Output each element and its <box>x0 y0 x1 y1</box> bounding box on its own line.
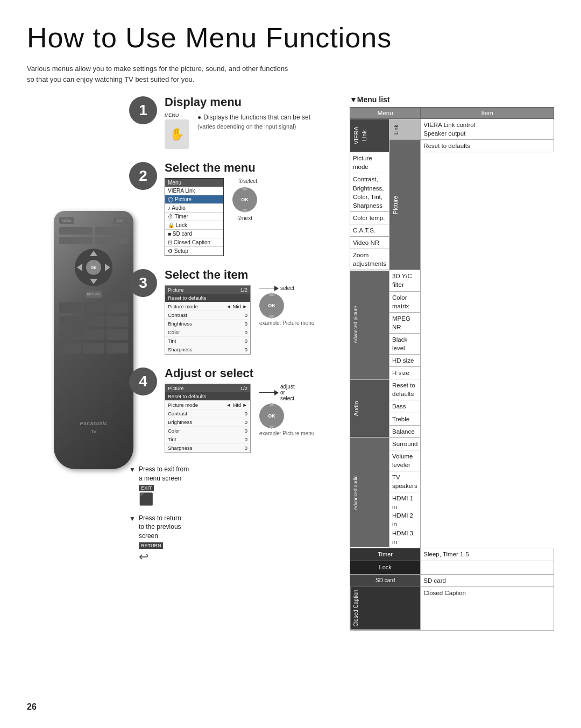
menu-item-cc: ⊡ Closed Caption <box>165 238 223 247</box>
table-row-adv-audio-1: Advanced audio Surround <box>350 437 554 450</box>
adv-pic-item-4: Black level <box>389 333 421 354</box>
pm-header-page: 1/2 <box>240 287 247 293</box>
note-return-line3: screen <box>139 532 181 541</box>
step-2-title: Select the menu <box>165 161 339 175</box>
adv-pic-item-1: 3D Y/C filter <box>389 270 421 291</box>
col-menu: Menu <box>350 108 421 119</box>
pm4-row-reset: Reset to defaults <box>165 392 250 401</box>
timer-item: Sleep, Timer 1-5 <box>421 548 554 561</box>
page: How to Use Menu Functions Various menus … <box>0 0 581 728</box>
pm-row-sharpness: Sharpness0 <box>165 345 250 354</box>
remote-control: MENU EXIT <box>54 211 133 469</box>
pm4-header-page: 1/2 <box>240 385 247 391</box>
menu-item-sdcard: ■ SD card <box>165 230 223 238</box>
note-exit-line2: a menu screen <box>139 474 189 483</box>
viera-item-1: VIERA Link controlSpeaker output <box>421 119 554 140</box>
pm-row-brightness: Brightness0 <box>165 320 250 328</box>
section-audio-adv: Advanced audio <box>350 437 389 548</box>
pm-row-mode: Picture mode◄ Mid ► <box>165 302 250 311</box>
note-return-arrow: ▼ <box>129 515 136 522</box>
pm4-row-color: Color0 <box>165 427 250 435</box>
audio-item-4: Balance <box>389 425 421 437</box>
step-2-next-label: ②next <box>237 215 252 221</box>
section-picture: Picture <box>389 140 421 270</box>
menu-item-timer: ⏱ Timer <box>165 213 223 221</box>
step-number-1: 1 <box>129 96 157 124</box>
ok-button-step2[interactable]: OK <box>232 187 257 212</box>
step-2: 2 Select the menu Menu VIERA Link □ Pict… <box>129 161 339 256</box>
step-1-title: Display menu <box>165 95 339 109</box>
col-item: Item <box>421 108 554 119</box>
adv-audio-item-1: Surround <box>389 437 421 450</box>
menu-list: ▼Menu list Menu Item VIERALink Link <box>350 95 554 631</box>
step-2-menu-header: Menu <box>165 179 223 187</box>
step-number-3: 3 <box>129 269 157 297</box>
note-exit-line1: Press to exit from <box>139 465 189 474</box>
adv-audio-item-3: TV speakers <box>389 471 421 492</box>
page-number: 26 <box>27 702 37 712</box>
exit-icon: ⬛ <box>139 492 189 506</box>
pm4-row-brightness: Brightness0 <box>165 418 250 427</box>
picture-item-7: Zoom adjustments <box>350 249 389 270</box>
step-3: 3 Select the item Picture 1/2 Reset to d… <box>129 268 339 355</box>
adv-audio-item-2: Volume leveler <box>389 450 421 471</box>
page-title: How to Use Menu Functions <box>27 22 554 54</box>
step-2-controls: ①select OK ②next <box>232 178 257 221</box>
step-3-select-label: select <box>280 285 294 291</box>
right-section: ▼Menu list Menu Item VIERALink Link <box>350 95 554 631</box>
step-1: 1 Display menu MENU ✋ ● <box>129 95 339 149</box>
menu-item-audio: ♪ Audio <box>165 204 223 213</box>
table-row-picture-5: C.A.T.S. <box>350 224 554 236</box>
step-4-example: example: Picture menu <box>259 430 314 436</box>
lock-item <box>421 561 554 574</box>
note-exit: ▼ Press to exit from a menu screen EXIT … <box>129 465 339 506</box>
adv-pic-item-2: Color matrix <box>389 291 421 312</box>
section-picture-adv: Advanced picture <box>350 270 389 379</box>
note-return-line2: to the previous <box>139 522 181 532</box>
menu-table: Menu Item VIERALink Link VIERA Link cont… <box>350 107 554 631</box>
viera-sub: Link <box>389 119 421 140</box>
step-1-desc: ● Displays the functions that can be set <box>197 112 310 122</box>
menu-item-viera: VIERA Link <box>165 187 223 195</box>
audio-item-2: Bass <box>389 400 421 413</box>
step-2-select-label: ①select <box>238 178 257 184</box>
section-lock: Lock <box>350 561 421 574</box>
audio-item-3: Treble <box>389 413 421 425</box>
step-3-picture-menu: Picture 1/2 Reset to defaults Picture mo… <box>165 285 251 355</box>
ok-button-step4[interactable]: OK <box>259 404 284 428</box>
pm-header-label: Picture <box>168 287 184 293</box>
section-audio: Audio <box>350 379 389 437</box>
pm4-row-tint: Tint0 <box>165 435 250 444</box>
step-3-example: example: Picture menu <box>259 320 314 326</box>
step-4-picture-menu: Picture 1/2 Reset to defaults Picture mo… <box>165 384 251 453</box>
adv-pic-item-5: HD size <box>389 355 421 367</box>
picture-item-4: Color temp. <box>350 211 389 224</box>
picture-item-5: C.A.T.S. <box>350 224 389 236</box>
note-return: ▼ Press to return to the previous screen… <box>129 514 339 564</box>
picture-item-1: Reset to defaults <box>421 140 554 152</box>
table-row-viera: VIERALink Link VIERA Link controlSpeaker… <box>350 119 554 140</box>
pm-row-reset: Reset to defaults <box>165 294 250 302</box>
step-4: 4 Adjust or select Picture 1/2 Reset to … <box>129 366 339 453</box>
step-4-controls: adjust or select OK <box>259 384 314 436</box>
step-3-controls: select OK example: Picture menu <box>259 285 314 326</box>
picture-item-3: Contrast, Brightness,Color, Tint, Sharpn… <box>350 173 389 211</box>
note-exit-label: EXIT <box>139 485 154 491</box>
menu-item-picture: □ Picture <box>165 195 223 204</box>
step-3-title: Select the item <box>165 268 339 282</box>
ok-button-step3[interactable]: OK <box>259 293 284 318</box>
step-4-or-label: or <box>280 390 295 395</box>
note-return-label: RETURN <box>139 542 164 549</box>
adv-pic-item-6: H size <box>389 367 421 379</box>
table-row-lock: Lock <box>350 561 554 574</box>
table-row-picture-2: Picture mode <box>350 152 554 173</box>
pm4-header-label: Picture <box>168 385 184 391</box>
cc-item: Closed Caption <box>421 586 554 630</box>
picture-item-6: Video NR <box>350 237 389 249</box>
sdcard-item: SD card <box>421 574 554 586</box>
step-1-desc-sub: (varies depending on the input signal) <box>197 122 310 131</box>
note-return-line1: Press to return <box>139 514 181 523</box>
adv-audio-item-4: HDMI 1 inHDMI 2 inHDMI 3 in <box>389 492 421 548</box>
table-row-picture-7: Zoom adjustments <box>350 249 554 270</box>
table-row-picture-4: Color temp. <box>350 211 554 224</box>
